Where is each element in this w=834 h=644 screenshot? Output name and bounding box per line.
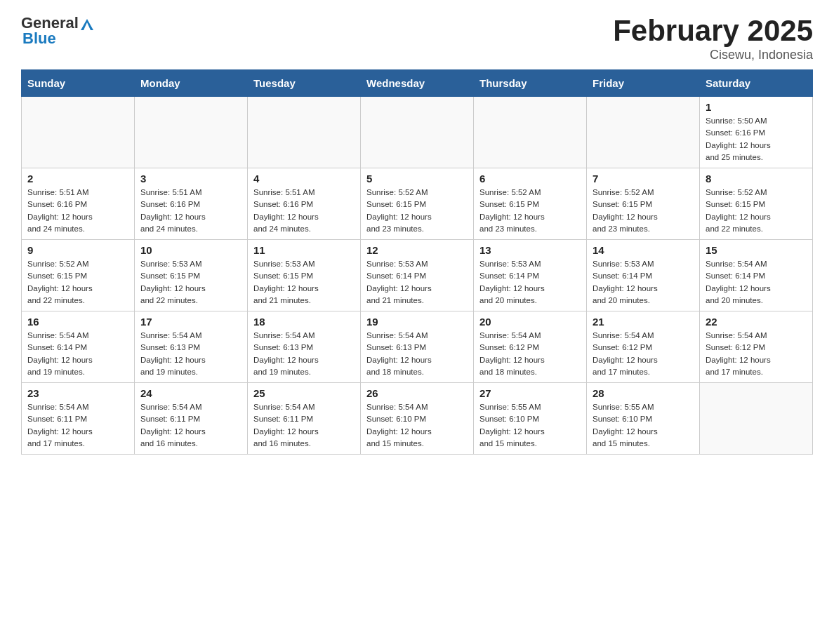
day-info: Sunrise: 5:54 AMSunset: 6:11 PMDaylight:…	[27, 401, 128, 450]
day-number: 13	[479, 244, 581, 256]
week-row-1: 1Sunrise: 5:50 AMSunset: 6:16 PMDaylight…	[22, 97, 813, 168]
day-info: Sunrise: 5:54 AMSunset: 6:13 PMDaylight:…	[366, 330, 468, 378]
calendar-cell: 14Sunrise: 5:53 AMSunset: 6:14 PMDayligh…	[587, 240, 700, 311]
day-header-tuesday: Tuesday	[248, 70, 361, 97]
day-info: Sunrise: 5:54 AMSunset: 6:13 PMDaylight:…	[253, 330, 355, 378]
day-info: Sunrise: 5:53 AMSunset: 6:14 PMDaylight:…	[366, 258, 468, 307]
calendar-cell: 25Sunrise: 5:54 AMSunset: 6:11 PMDayligh…	[248, 383, 361, 455]
calendar-cell	[700, 383, 813, 455]
calendar-cell: 23Sunrise: 5:54 AMSunset: 6:11 PMDayligh…	[22, 383, 135, 455]
logo: General Blue	[21, 14, 93, 48]
day-info: Sunrise: 5:54 AMSunset: 6:12 PMDaylight:…	[706, 330, 807, 378]
day-info: Sunrise: 5:54 AMSunset: 6:12 PMDaylight:…	[593, 330, 694, 378]
day-info: Sunrise: 5:54 AMSunset: 6:13 PMDaylight:…	[140, 330, 241, 378]
day-number: 7	[593, 173, 694, 185]
day-info: Sunrise: 5:54 AMSunset: 6:10 PMDaylight:…	[366, 401, 468, 450]
day-info: Sunrise: 5:54 AMSunset: 6:12 PMDaylight:…	[479, 330, 581, 378]
day-info: Sunrise: 5:51 AMSunset: 6:16 PMDaylight:…	[27, 187, 128, 235]
day-header-saturday: Saturday	[700, 70, 813, 97]
calendar-cell: 12Sunrise: 5:53 AMSunset: 6:14 PMDayligh…	[361, 240, 474, 311]
calendar-cell	[587, 97, 700, 168]
day-number: 12	[366, 244, 468, 256]
day-header-friday: Friday	[587, 70, 700, 97]
day-number: 26	[366, 387, 468, 399]
calendar-cell: 2Sunrise: 5:51 AMSunset: 6:16 PMDaylight…	[22, 168, 135, 240]
calendar-cell	[248, 97, 361, 168]
day-header-sunday: Sunday	[22, 70, 135, 97]
calendar-cell: 1Sunrise: 5:50 AMSunset: 6:16 PMDaylight…	[700, 97, 813, 168]
day-header-monday: Monday	[135, 70, 248, 97]
location: Cisewu, Indonesia	[613, 48, 813, 62]
calendar-body: 1Sunrise: 5:50 AMSunset: 6:16 PMDaylight…	[22, 97, 813, 455]
day-number: 14	[593, 244, 694, 256]
calendar-header: SundayMondayTuesdayWednesdayThursdayFrid…	[22, 70, 813, 97]
day-number: 19	[366, 316, 468, 328]
day-info: Sunrise: 5:53 AMSunset: 6:15 PMDaylight:…	[140, 258, 241, 307]
calendar-cell: 10Sunrise: 5:53 AMSunset: 6:15 PMDayligh…	[135, 240, 248, 311]
day-info: Sunrise: 5:52 AMSunset: 6:15 PMDaylight:…	[479, 187, 581, 235]
month-title: February 2025	[613, 14, 813, 48]
calendar-cell: 28Sunrise: 5:55 AMSunset: 6:10 PMDayligh…	[587, 383, 700, 455]
day-number: 9	[27, 244, 128, 256]
day-number: 6	[479, 173, 581, 185]
day-number: 5	[366, 173, 468, 185]
day-info: Sunrise: 5:52 AMSunset: 6:15 PMDaylight:…	[27, 258, 128, 307]
day-number: 18	[253, 316, 355, 328]
day-number: 15	[706, 244, 807, 256]
day-info: Sunrise: 5:54 AMSunset: 6:14 PMDaylight:…	[27, 330, 128, 378]
day-number: 27	[479, 387, 581, 399]
logo-triangle-icon	[81, 18, 93, 30]
day-info: Sunrise: 5:53 AMSunset: 6:14 PMDaylight:…	[593, 258, 694, 307]
day-number: 21	[593, 316, 694, 328]
calendar-cell: 5Sunrise: 5:52 AMSunset: 6:15 PMDaylight…	[361, 168, 474, 240]
calendar-cell: 26Sunrise: 5:54 AMSunset: 6:10 PMDayligh…	[361, 383, 474, 455]
week-row-4: 16Sunrise: 5:54 AMSunset: 6:14 PMDayligh…	[22, 311, 813, 383]
calendar-cell	[361, 97, 474, 168]
day-info: Sunrise: 5:55 AMSunset: 6:10 PMDaylight:…	[479, 401, 581, 450]
day-number: 16	[27, 316, 128, 328]
day-number: 10	[140, 244, 241, 256]
calendar-cell: 17Sunrise: 5:54 AMSunset: 6:13 PMDayligh…	[135, 311, 248, 383]
calendar-cell: 18Sunrise: 5:54 AMSunset: 6:13 PMDayligh…	[248, 311, 361, 383]
day-number: 3	[140, 173, 241, 185]
day-number: 2	[27, 173, 128, 185]
week-row-2: 2Sunrise: 5:51 AMSunset: 6:16 PMDaylight…	[22, 168, 813, 240]
calendar-cell	[135, 97, 248, 168]
day-info: Sunrise: 5:52 AMSunset: 6:15 PMDaylight:…	[366, 187, 468, 235]
calendar-cell: 8Sunrise: 5:52 AMSunset: 6:15 PMDaylight…	[700, 168, 813, 240]
calendar-cell: 20Sunrise: 5:54 AMSunset: 6:12 PMDayligh…	[474, 311, 587, 383]
calendar-cell: 11Sunrise: 5:53 AMSunset: 6:15 PMDayligh…	[248, 240, 361, 311]
calendar-cell	[474, 97, 587, 168]
calendar-cell: 22Sunrise: 5:54 AMSunset: 6:12 PMDayligh…	[700, 311, 813, 383]
calendar-cell: 13Sunrise: 5:53 AMSunset: 6:14 PMDayligh…	[474, 240, 587, 311]
day-number: 24	[140, 387, 241, 399]
day-info: Sunrise: 5:51 AMSunset: 6:16 PMDaylight:…	[140, 187, 241, 235]
day-info: Sunrise: 5:54 AMSunset: 6:11 PMDaylight:…	[253, 401, 355, 450]
calendar-cell: 6Sunrise: 5:52 AMSunset: 6:15 PMDaylight…	[474, 168, 587, 240]
day-info: Sunrise: 5:50 AMSunset: 6:16 PMDaylight:…	[706, 115, 807, 163]
calendar-cell: 9Sunrise: 5:52 AMSunset: 6:15 PMDaylight…	[22, 240, 135, 311]
day-info: Sunrise: 5:52 AMSunset: 6:15 PMDaylight:…	[593, 187, 694, 235]
week-row-3: 9Sunrise: 5:52 AMSunset: 6:15 PMDaylight…	[22, 240, 813, 311]
calendar-cell: 27Sunrise: 5:55 AMSunset: 6:10 PMDayligh…	[474, 383, 587, 455]
day-header-wednesday: Wednesday	[361, 70, 474, 97]
day-number: 4	[253, 173, 355, 185]
calendar-cell	[22, 97, 135, 168]
calendar-cell: 7Sunrise: 5:52 AMSunset: 6:15 PMDaylight…	[587, 168, 700, 240]
day-number: 23	[27, 387, 128, 399]
day-number: 25	[253, 387, 355, 399]
day-info: Sunrise: 5:53 AMSunset: 6:15 PMDaylight:…	[253, 258, 355, 307]
calendar-cell: 19Sunrise: 5:54 AMSunset: 6:13 PMDayligh…	[361, 311, 474, 383]
calendar-cell: 4Sunrise: 5:51 AMSunset: 6:16 PMDaylight…	[248, 168, 361, 240]
day-number: 11	[253, 244, 355, 256]
day-info: Sunrise: 5:54 AMSunset: 6:11 PMDaylight:…	[140, 401, 241, 450]
calendar-cell: 16Sunrise: 5:54 AMSunset: 6:14 PMDayligh…	[22, 311, 135, 383]
day-number: 17	[140, 316, 241, 328]
page-header: General Blue February 2025 Cisewu, Indon…	[21, 14, 813, 62]
day-info: Sunrise: 5:54 AMSunset: 6:14 PMDaylight:…	[706, 258, 807, 307]
days-of-week-row: SundayMondayTuesdayWednesdayThursdayFrid…	[22, 70, 813, 97]
day-header-thursday: Thursday	[474, 70, 587, 97]
day-number: 1	[706, 101, 807, 113]
logo-blue-text: Blue	[22, 29, 93, 48]
day-info: Sunrise: 5:51 AMSunset: 6:16 PMDaylight:…	[253, 187, 355, 235]
